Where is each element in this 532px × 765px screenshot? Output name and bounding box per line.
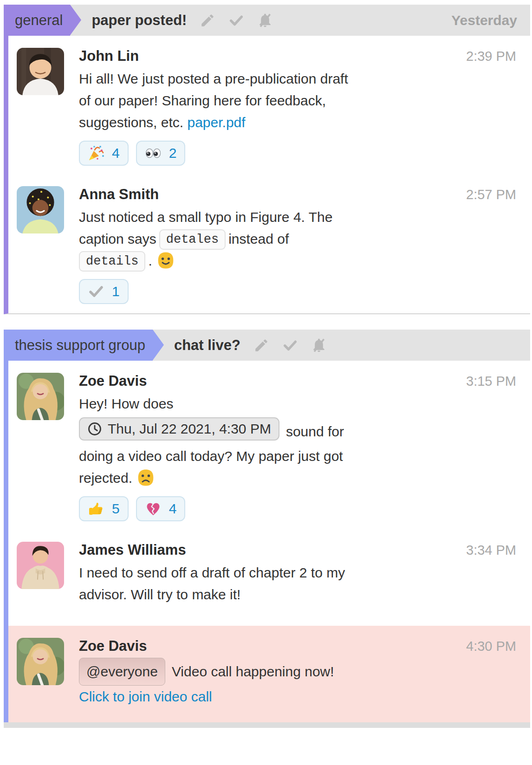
message-content: Anna Smith 2:57 PM Just noticed a small … [79, 186, 516, 304]
inline-code: detales [159, 229, 226, 250]
message-text-segment: instead of [228, 231, 289, 246]
message-zoe-davis-1: Zoe Davis 3:15 PM Hey! How does Thu, Jul… [8, 373, 530, 521]
message-timestamp: 3:15 PM [466, 374, 516, 389]
message-timestamp: 4:30 PM [466, 639, 516, 654]
message-body: Just noticed a small typo in Figure 4. T… [79, 206, 516, 272]
join-video-call-link[interactable]: Click to join video call [79, 689, 212, 704]
message-content: Zoe Davis 3:15 PM Hey! How does Thu, Jul… [79, 373, 516, 521]
reaction-eyes[interactable]: 2 [136, 141, 186, 166]
pencil-icon [253, 337, 269, 353]
recipient-bar: general paper posted! Yesterday [4, 5, 530, 36]
inline-code: details [79, 251, 145, 272]
message-timestamp: 2:39 PM [466, 49, 516, 64]
message-text: rejected. [79, 467, 516, 489]
check-icon [282, 337, 298, 353]
topic-title[interactable]: chat live? [174, 337, 240, 354]
topic-title[interactable]: paper posted! [91, 12, 187, 29]
check-emoji-icon [88, 283, 104, 300]
avatar-image [17, 373, 64, 420]
message-text: I need to send off a draft of chapter 2 … [79, 562, 516, 583]
bell-slash-icon [257, 13, 273, 28]
avatar-image [17, 48, 64, 95]
edit-topic-button[interactable] [253, 337, 269, 353]
avatar-image [17, 186, 64, 233]
message-text: Hi all! We just posted a pre-publication… [79, 68, 516, 90]
clock-icon [87, 421, 102, 436]
mute-topic-button[interactable] [311, 337, 327, 353]
slight-smile-emoji-icon [156, 251, 175, 270]
message-timestamp: 2:57 PM [466, 187, 516, 202]
message-content: James Williams 3:34 PM I need to send of… [79, 542, 516, 605]
stream-name-general[interactable]: general [4, 5, 70, 36]
reaction-broken-heart[interactable]: 4 [136, 496, 186, 521]
message-john-lin: John Lin 2:39 PM Hi all! We just posted … [8, 48, 530, 166]
message-text-segment: caption says [79, 231, 156, 246]
sender-name[interactable]: James Williams [79, 542, 186, 558]
broken-heart-emoji-icon [145, 500, 162, 517]
message-content: John Lin 2:39 PM Hi all! We just posted … [79, 48, 516, 166]
message-body: Hi all! We just posted a pre-publication… [79, 68, 516, 133]
message-header: Zoe Davis 4:30 PM [79, 638, 516, 655]
avatar-james-williams[interactable] [17, 542, 64, 589]
paper-pdf-link[interactable]: paper.pdf [187, 115, 245, 130]
sender-name[interactable]: Zoe Davis [79, 638, 147, 655]
message-header: Zoe Davis 3:15 PM [79, 373, 516, 389]
sender-name[interactable]: Anna Smith [79, 186, 159, 203]
message-header: James Williams 3:34 PM [79, 542, 516, 558]
stream-arrow [70, 5, 81, 35]
reactions-row: 1 [79, 279, 516, 304]
message-timestamp: 3:34 PM [466, 543, 516, 558]
avatar-zoe-davis[interactable] [17, 373, 64, 420]
resolve-topic-button[interactable] [228, 13, 244, 28]
eyes-emoji-icon [145, 145, 162, 162]
reactions-row: 5 4 [79, 496, 516, 521]
avatar-anna-smith[interactable] [17, 186, 64, 233]
resolve-topic-button[interactable] [282, 337, 298, 353]
message-text: Hey! How does [79, 393, 516, 415]
pencil-icon [200, 13, 215, 28]
message-text: @everyoneVideo call happening now! [79, 658, 516, 686]
check-icon [228, 13, 244, 28]
reaction-count: 1 [112, 284, 120, 299]
reaction-thumbs-up[interactable]: 5 [79, 496, 129, 521]
message-header: John Lin 2:39 PM [79, 48, 516, 65]
reaction-count: 5 [112, 501, 120, 517]
bell-slash-icon [311, 337, 327, 353]
message-anna-smith: Anna Smith 2:57 PM Just noticed a small … [8, 186, 530, 304]
reaction-tada[interactable]: 4 [79, 141, 129, 166]
thumbs-up-emoji-icon [88, 500, 104, 517]
message-text: caption saysdetalesinstead of [79, 228, 516, 250]
message-list: John Lin 2:39 PM Hi all! We just posted … [4, 36, 530, 314]
avatar-image [17, 542, 64, 589]
mute-topic-button[interactable] [257, 13, 273, 28]
message-text-segment: Video call happening now! [172, 664, 334, 679]
message-body: Hey! How does Thu, Jul 22 2021, 4:30 PMs… [79, 393, 516, 489]
message-text-segment: . [148, 253, 152, 268]
time-pill: Thu, Jul 22 2021, 4:30 PM [79, 417, 279, 441]
message-text-segment: sound for [286, 424, 344, 439]
reaction-count: 4 [112, 145, 120, 161]
message-text: of our paper! Sharing here for feedback, [79, 90, 516, 111]
message-content: Zoe Davis 4:30 PM @everyoneVideo call ha… [79, 638, 516, 707]
message-zoe-davis-2-mention: Zoe Davis 4:30 PM @everyoneVideo call ha… [8, 626, 530, 722]
sender-name[interactable]: Zoe Davis [79, 373, 147, 389]
reaction-count: 2 [169, 145, 177, 161]
avatar-zoe-davis[interactable] [17, 638, 64, 685]
message-text: suggestions, etc. paper.pdf [79, 111, 516, 133]
message-text: advisor. Will try to make it! [79, 583, 516, 605]
message-text: details. [79, 250, 516, 272]
reaction-check[interactable]: 1 [79, 279, 129, 304]
stream-name-label: thesis support group [15, 337, 145, 354]
sender-name[interactable]: John Lin [79, 48, 139, 65]
stream-arrow [153, 330, 164, 360]
frown-emoji-icon [136, 468, 156, 487]
message-list: Zoe Davis 3:15 PM Hey! How does Thu, Jul… [4, 361, 530, 722]
avatar-image [17, 638, 64, 685]
edit-topic-button[interactable] [200, 13, 215, 28]
message-body: @everyoneVideo call happening now! Click… [79, 658, 516, 707]
date-label: Yesterday [451, 13, 530, 28]
message-text: Thu, Jul 22 2021, 4:30 PMsound for [79, 417, 516, 442]
message-text: Just noticed a small typo in Figure 4. T… [79, 206, 516, 228]
avatar-john-lin[interactable] [17, 48, 64, 95]
stream-name-thesis[interactable]: thesis support group [4, 330, 153, 361]
